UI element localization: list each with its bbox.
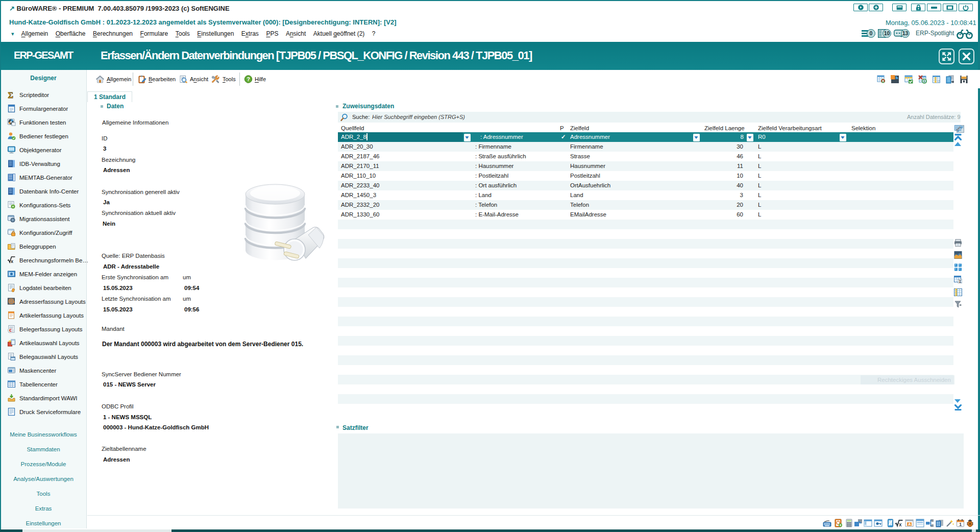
svg-text:Σ: Σ (959, 279, 962, 283)
svg-text:Σ: Σ (8, 91, 13, 100)
svg-text:x: x (11, 259, 13, 264)
svg-text:1: 1 (959, 522, 962, 527)
svg-text:x: x (899, 522, 902, 527)
svg-text:A: A (908, 522, 911, 526)
svg-text:€: € (9, 327, 12, 333)
svg-text:?: ? (247, 76, 250, 82)
